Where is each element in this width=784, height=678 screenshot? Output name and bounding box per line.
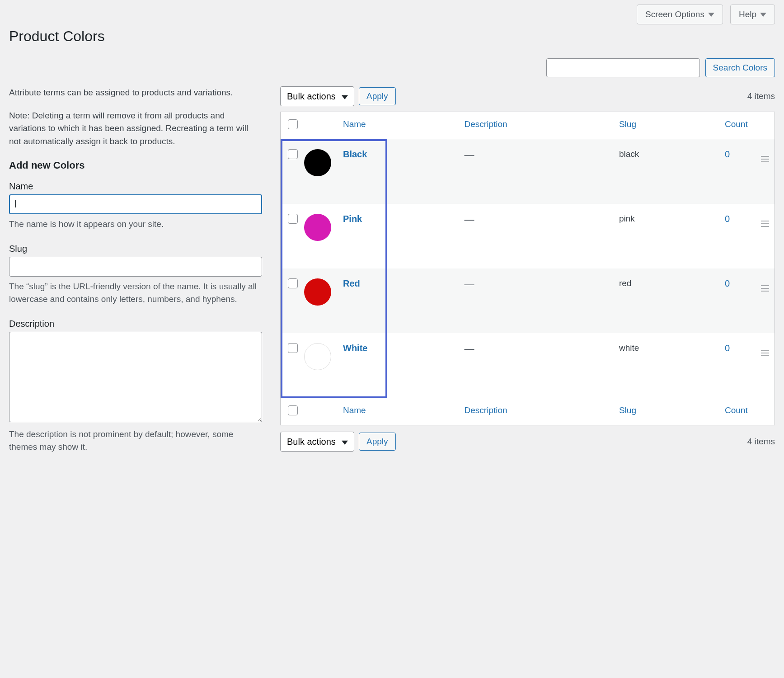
row-checkbox[interactable] [288,214,298,224]
term-slug: black [619,149,639,159]
row-checkbox[interactable] [288,149,298,159]
slug-input[interactable] [9,257,262,277]
items-count-top: 4 items [747,91,775,101]
term-description: — [465,149,474,160]
name-input[interactable] [9,194,262,214]
color-swatch [304,343,331,370]
term-count-link[interactable]: 0 [725,214,730,224]
drag-handle-icon[interactable] [761,221,769,227]
description-label: Description [9,319,262,329]
page-title: Product Colors [9,28,775,45]
description-help: The description is not prominent by defa… [9,428,262,454]
items-count-bottom: 4 items [747,437,775,447]
select-all-checkbox-top[interactable] [288,119,298,129]
color-swatch [304,278,331,306]
term-name-link[interactable]: Pink [343,214,362,224]
apply-button-bottom[interactable]: Apply [359,433,396,451]
term-count-link[interactable]: 0 [725,149,730,159]
table-row: Red—red0 [281,268,775,333]
column-count[interactable]: Count [719,112,756,139]
term-name-link[interactable]: Red [343,278,360,288]
term-count-link[interactable]: 0 [725,343,730,353]
column-name[interactable]: Name [338,112,459,139]
add-new-heading: Add new Colors [9,160,262,171]
name-label: Name [9,181,262,192]
description-textarea[interactable] [9,332,262,422]
intro-paragraph-1: Attribute terms can be assigned to produ… [9,86,262,99]
table-row: Black—black0 [281,139,775,204]
term-description: — [465,214,474,225]
term-slug: pink [619,214,635,223]
help-tab[interactable]: Help [730,5,775,24]
drag-handle-icon[interactable] [761,350,769,356]
column-description[interactable]: Description [459,112,614,139]
search-input[interactable] [546,58,700,77]
drag-handle-icon[interactable] [761,156,769,162]
chevron-down-icon [760,13,766,17]
slug-label: Slug [9,244,262,254]
column-count-footer[interactable]: Count [719,398,756,425]
name-help: The name is how it appears on your site. [9,218,262,231]
select-all-checkbox-bottom[interactable] [288,405,298,415]
table-row: Pink—pink0 [281,204,775,268]
table-row: White—white0 [281,333,775,398]
slug-help: The “slug” is the URL-friendly version o… [9,280,262,306]
row-checkbox[interactable] [288,343,298,353]
column-slug-footer[interactable]: Slug [614,398,719,425]
row-checkbox[interactable] [288,278,298,288]
term-description: — [465,343,474,354]
column-slug[interactable]: Slug [614,112,719,139]
term-name-link[interactable]: White [343,343,367,353]
text-cursor-icon: | [13,198,17,208]
intro-paragraph-2: Note: Deleting a term will remove it fro… [9,109,262,148]
term-slug: red [619,278,631,288]
column-name-footer[interactable]: Name [338,398,459,425]
term-name-link[interactable]: Black [343,149,367,159]
chevron-down-icon [708,13,714,17]
bulk-actions-select-top[interactable]: Bulk actions [280,86,354,106]
term-description: — [465,278,474,290]
column-description-footer[interactable]: Description [459,398,614,425]
help-label: Help [739,9,756,19]
color-swatch [304,149,331,176]
drag-handle-icon[interactable] [761,285,769,292]
term-count-link[interactable]: 0 [725,278,730,288]
screen-options-label: Screen Options [645,9,704,19]
apply-button-top[interactable]: Apply [359,87,396,105]
color-swatch [304,214,331,241]
screen-options-tab[interactable]: Screen Options [637,5,723,24]
search-colors-button[interactable]: Search Colors [705,58,775,77]
term-slug: white [619,343,639,353]
bulk-actions-select-bottom[interactable]: Bulk actions [280,432,354,452]
